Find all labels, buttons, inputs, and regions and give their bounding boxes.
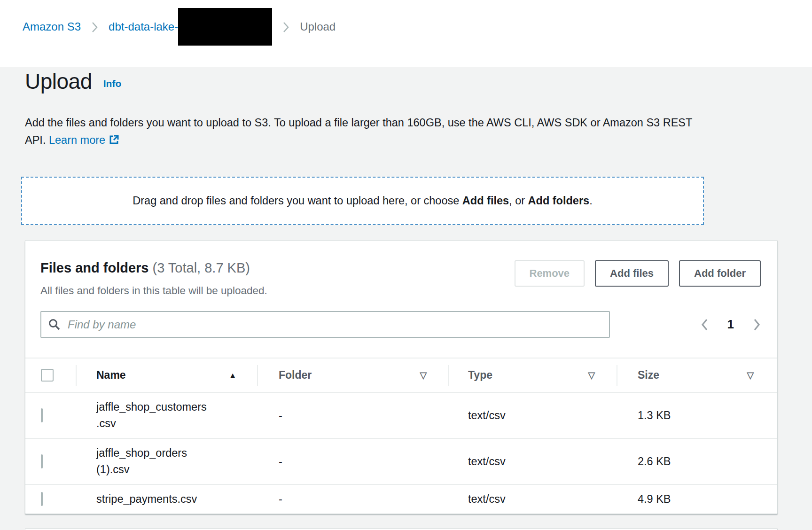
file-size: 2.6 KB: [617, 453, 778, 470]
panel-actions: Remove Add files Add folder: [515, 260, 761, 287]
search-icon: [48, 318, 61, 333]
breadcrumb-bucket-label: dbt-data-lake-: [109, 20, 178, 33]
intro-paragraph: Add the files and folders you want to up…: [25, 114, 704, 150]
dropzone-text: Drag and drop files and folders you want…: [133, 195, 592, 207]
file-name: jaffle_shop_customers.csv: [96, 399, 209, 432]
panel-header-text: Files and folders (3 Total, 8.7 KB) All …: [40, 258, 267, 297]
filter-icon[interactable]: ▽: [420, 370, 427, 381]
table-row: stripe_payments.csv - text/csv 4.9 KB: [25, 485, 777, 514]
breadcrumb-amazon-s3[interactable]: Amazon S3: [23, 20, 81, 33]
chevron-right-icon: [282, 21, 289, 33]
table-row: jaffle_shop_orders (1).csv - text/csv 2.…: [25, 439, 777, 485]
pagination: 1: [701, 317, 761, 332]
intro-text: Add the files and folders you want to up…: [25, 117, 692, 146]
filter-icon[interactable]: ▽: [747, 370, 754, 381]
file-folder: -: [257, 491, 448, 507]
info-link[interactable]: Info: [103, 78, 121, 94]
file-name: stripe_payments.csv: [96, 491, 209, 507]
file-size: 1.3 KB: [617, 407, 778, 424]
add-files-button[interactable]: Add files: [595, 260, 669, 287]
drag-and-drop-zone[interactable]: Drag and drop files and folders you want…: [21, 177, 704, 225]
files-table: Name ▲ Folder ▽ Type ▽ Size ▽ jaffle_sho…: [25, 358, 777, 514]
page-title: Upload: [25, 69, 92, 94]
chevron-left-icon: [701, 318, 709, 332]
row-checkbox[interactable]: [41, 408, 43, 422]
table-row: jaffle_shop_customers.csv - text/csv 1.3…: [25, 393, 777, 439]
sort-ascending-icon[interactable]: ▲: [229, 371, 236, 380]
external-link-icon: [109, 133, 119, 150]
learn-more-link[interactable]: Learn more: [49, 134, 105, 146]
chevron-right-icon: [91, 21, 98, 33]
panel-title: Files and folders (3 Total, 8.7 KB): [40, 258, 267, 277]
file-folder: -: [257, 453, 448, 470]
file-type: text/csv: [448, 491, 617, 507]
next-panel-edge: [25, 528, 778, 530]
file-type: text/csv: [448, 453, 617, 470]
breadcrumb: Amazon S3 dbt-data-lake- Upload: [23, 20, 336, 33]
header-checkbox-cell: [25, 359, 76, 392]
breadcrumb-upload: Upload: [300, 20, 336, 33]
page-header: Upload Info: [25, 69, 812, 94]
search-input[interactable]: [40, 311, 610, 338]
column-header-folder: Folder ▽: [257, 359, 448, 392]
files-and-folders-panel: Files and folders (3 Total, 8.7 KB) All …: [25, 240, 778, 514]
remove-button[interactable]: Remove: [515, 260, 585, 287]
panel-header: Files and folders (3 Total, 8.7 KB) All …: [25, 258, 777, 297]
file-folder: -: [257, 407, 448, 424]
select-all-checkbox[interactable]: [41, 369, 54, 382]
breadcrumb-bar: Amazon S3 dbt-data-lake- Upload: [0, 0, 812, 67]
redaction-box: [178, 8, 272, 46]
previous-page-button[interactable]: [701, 318, 709, 332]
column-header-name[interactable]: Name ▲: [76, 359, 257, 392]
add-folder-button[interactable]: Add folder: [679, 260, 761, 287]
file-size: 4.9 KB: [617, 491, 778, 507]
current-page[interactable]: 1: [727, 317, 734, 332]
panel-count: (3 Total, 8.7 KB): [153, 260, 250, 275]
next-page-button[interactable]: [753, 318, 761, 332]
file-type: text/csv: [448, 407, 617, 424]
row-checkbox[interactable]: [41, 492, 43, 506]
breadcrumb-bucket[interactable]: dbt-data-lake-: [109, 20, 272, 33]
column-header-type: Type ▽: [448, 359, 617, 392]
search-row: 1: [25, 311, 777, 338]
chevron-right-icon: [753, 318, 761, 332]
panel-subtitle: All files and folders in this table will…: [40, 285, 267, 297]
column-header-size: Size ▽: [617, 359, 778, 392]
file-name: jaffle_shop_orders (1).csv: [96, 445, 209, 478]
row-checkbox[interactable]: [41, 454, 43, 468]
search-field: [40, 311, 610, 338]
table-header-row: Name ▲ Folder ▽ Type ▽ Size ▽: [25, 358, 777, 393]
filter-icon[interactable]: ▽: [588, 370, 595, 381]
